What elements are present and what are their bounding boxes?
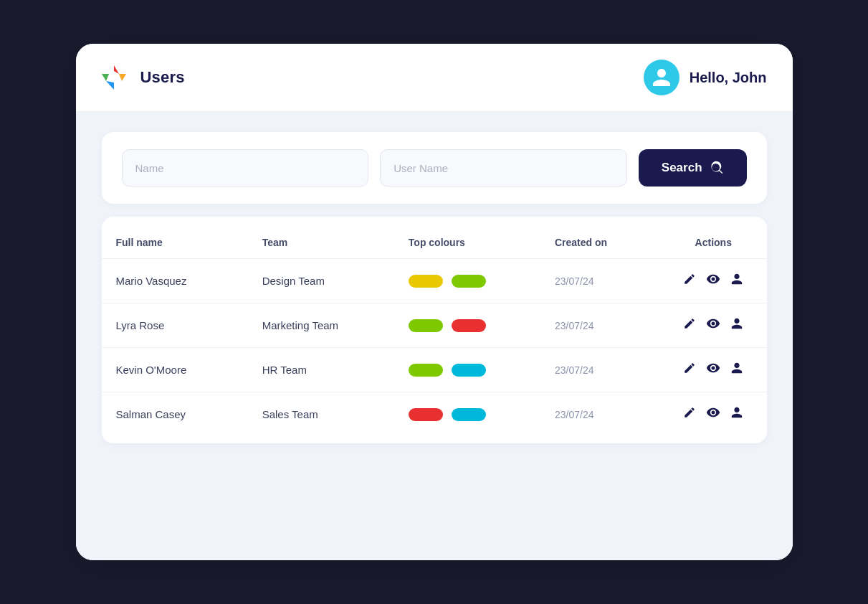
search-panel: Search [102,132,767,204]
user-icon[interactable] [730,362,743,378]
cell-created: 23/07/24 [540,348,660,392]
search-button[interactable]: Search [639,149,747,187]
header-right: Hello, John [644,60,767,95]
edit-icon[interactable] [683,362,696,378]
app-logo [99,62,129,93]
header: Users Hello, John [76,44,793,112]
cell-actions [660,348,767,392]
cell-colors [394,303,540,348]
avatar [644,60,679,95]
cell-created: 23/07/24 [540,392,660,437]
color-pill [409,364,443,377]
color-pill [452,364,486,377]
user-icon[interactable] [730,273,743,289]
greeting-text: Hello, John [690,70,767,86]
table-row: Lyra RoseMarketing Team23/07/24 [102,303,767,348]
color-pill [452,408,486,421]
action-icons [674,272,753,290]
cell-team: HR Team [248,348,394,392]
view-icon[interactable] [706,272,720,290]
col-header-created: Created on [540,224,660,259]
edit-icon[interactable] [683,317,696,334]
cell-fullname: Kevin O'Moore [102,348,248,392]
action-icons [674,405,753,423]
header-left: Users [99,62,185,93]
view-icon[interactable] [706,316,720,334]
cell-created: 23/07/24 [540,303,660,348]
cell-team: Marketing Team [248,303,394,348]
search-button-label: Search [662,161,702,175]
main-card: Users Hello, John Search [76,44,793,560]
cell-colors [394,259,540,303]
edit-icon[interactable] [683,273,696,289]
cell-created: 23/07/24 [540,259,660,303]
cell-team: Sales Team [248,392,394,437]
color-pill [409,408,443,421]
cell-fullname: Mario Vasquez [102,259,248,303]
view-icon[interactable] [706,361,720,379]
cell-colors [394,392,540,437]
users-table: Full name Team Top colours Created on Ac… [102,224,767,436]
cell-actions [660,392,767,437]
user-icon[interactable] [730,406,743,423]
col-header-fullname: Full name [102,224,248,259]
table-row: Kevin O'MooreHR Team23/07/24 [102,348,767,392]
col-header-colors: Top colours [394,224,540,259]
cell-team: Design Team [248,259,394,303]
table-row: Mario VasquezDesign Team23/07/24 [102,259,767,303]
username-input[interactable] [380,149,627,187]
name-input[interactable] [122,149,369,187]
action-icons [674,316,753,334]
color-pill [452,319,486,332]
color-pill [409,275,443,288]
action-icons [674,361,753,379]
cell-fullname: Lyra Rose [102,303,248,348]
table-row: Salman CaseySales Team23/07/24 [102,392,767,437]
user-icon[interactable] [730,317,743,334]
cell-colors [394,348,540,392]
cell-actions [660,259,767,303]
edit-icon[interactable] [683,406,696,423]
col-header-actions: Actions [660,224,767,259]
cell-actions [660,303,767,348]
col-header-team: Team [248,224,394,259]
color-pill [409,319,443,332]
cell-fullname: Salman Casey [102,392,248,437]
view-icon[interactable] [706,405,720,423]
content-area: Search Full name Team Top colours Create… [76,112,793,560]
color-pill [452,275,486,288]
page-title: Users [140,68,185,87]
table-card: Full name Team Top colours Created on Ac… [102,217,767,443]
table-header-row: Full name Team Top colours Created on Ac… [102,224,767,259]
search-icon [710,161,724,175]
